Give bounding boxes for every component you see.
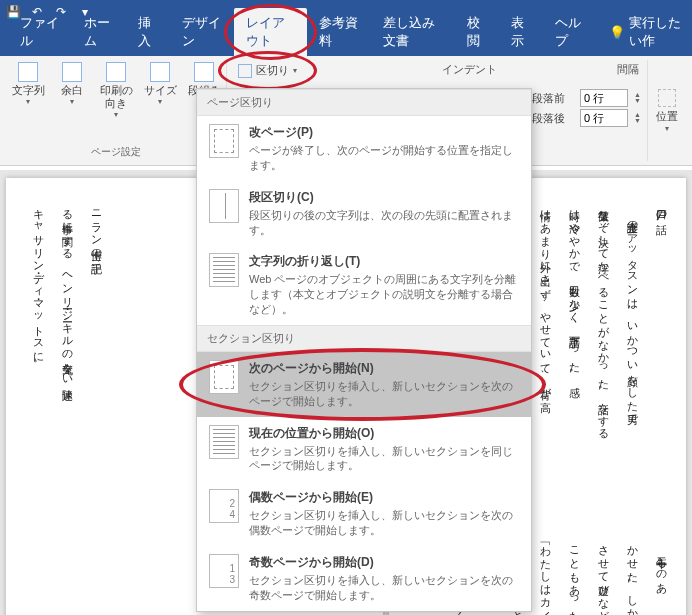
menu-item-section-odd-page[interactable]: 13 奇数ページから開始(D) セクション区切りを挿入し、新しいセクションを次の… bbox=[197, 546, 531, 611]
spacing-before-label: 段落前 bbox=[532, 91, 574, 106]
menu-item-title: 改ページ(P) bbox=[249, 124, 519, 141]
page-break-icon bbox=[209, 124, 239, 158]
menu-item-desc: セクション区切りを挿入し、新しいセクションを次の奇数ページで開始します。 bbox=[249, 573, 519, 603]
indent-header: インデント bbox=[442, 62, 497, 77]
margins-icon bbox=[62, 62, 82, 82]
doc-text: 情はあまり外に出さず、やせていて、背が高 bbox=[536, 202, 557, 522]
menu-item-desc: セクション区切りを挿入し、新しいセクションを次の偶数ページで開始します。 bbox=[249, 508, 519, 538]
spacing-after-input[interactable] bbox=[580, 109, 628, 127]
menu-item-section-continuous[interactable]: 現在の位置から開始(O) セクション区切りを挿入し、新しいセクションを同じページ… bbox=[197, 417, 531, 482]
menu-item-desc: ページが終了し、次のページが開始する位置を指定します。 bbox=[249, 143, 519, 173]
tell-me[interactable]: 💡 実行したい作 bbox=[609, 14, 684, 56]
orientation-icon bbox=[106, 62, 126, 82]
tab-home[interactable]: ホーム bbox=[72, 8, 126, 56]
doc-text: 微笑なぞ決して浮かべることがなかった。話をする bbox=[593, 202, 614, 522]
menu-item-desc: セクション区切りを挿入し、新しいセクションを同じページで開始します。 bbox=[249, 444, 519, 474]
tab-references[interactable]: 参考資料 bbox=[307, 8, 371, 56]
lightbulb-icon: 💡 bbox=[609, 25, 625, 40]
ribbon-label: 余白 bbox=[61, 84, 83, 97]
dropdown-section-header: ページ区切り bbox=[197, 89, 531, 116]
tab-layout-label: レイアウト bbox=[246, 15, 285, 48]
chevron-down-icon: ▾ bbox=[70, 97, 74, 106]
spinner[interactable]: ▲▼ bbox=[634, 92, 641, 104]
menu-item-title: 次のページから開始(N) bbox=[249, 360, 519, 377]
section-continuous-icon bbox=[209, 425, 239, 459]
ribbon-group-label: ページ設定 bbox=[91, 143, 141, 161]
doc-text: こともあった。そ bbox=[564, 538, 585, 615]
dropdown-section-header: セクション区切り bbox=[197, 325, 531, 352]
doc-text: 「わたしはカイン bbox=[536, 538, 557, 615]
size-button[interactable]: サイズ ▾ bbox=[140, 60, 180, 121]
menu-item-page-break[interactable]: 改ページ(P) ページが終了し、次のページが開始する位置を指定します。 bbox=[197, 116, 531, 181]
chevron-down-icon: ▾ bbox=[665, 124, 669, 133]
size-icon bbox=[150, 62, 170, 82]
menu-item-column-break[interactable]: 段区切り(C) 段区切りの後の文字列は、次の段の先頭に配置されます。 bbox=[197, 181, 531, 246]
ribbon-label: サイズ bbox=[144, 84, 177, 97]
tab-mailings[interactable]: 差し込み文書 bbox=[371, 8, 455, 56]
breaks-label: 区切り bbox=[256, 63, 289, 78]
columns-icon bbox=[194, 62, 214, 82]
chevron-down-icon: ▾ bbox=[114, 110, 118, 119]
tell-me-label: 実行したい作 bbox=[629, 14, 684, 50]
chevron-down-icon: ▾ bbox=[293, 66, 297, 75]
menu-item-text-wrapping[interactable]: 文字列の折り返し(T) Web ページのオブジェクトの周囲にある文字列を分離しま… bbox=[197, 245, 531, 325]
doc-text: ニラン博士の手記 bbox=[86, 202, 107, 615]
position-group: 位置 ▾ bbox=[648, 60, 686, 161]
menu-item-title: 偶数ページから開始(E) bbox=[249, 489, 519, 506]
ribbon-label: 文字列 bbox=[12, 84, 45, 97]
annotation-ellipse bbox=[224, 4, 318, 60]
text-wrap-icon bbox=[209, 253, 239, 287]
menu-item-title: 現在の位置から開始(O) bbox=[249, 425, 519, 442]
tab-view[interactable]: 表示 bbox=[499, 8, 543, 56]
menu-item-title: 段区切り(C) bbox=[249, 189, 519, 206]
doc-text: かせた。しかし他 bbox=[622, 538, 643, 615]
position-label[interactable]: 位置 bbox=[656, 109, 678, 124]
tab-layout[interactable]: レイアウト bbox=[234, 8, 308, 56]
spacing-after-label: 段落後 bbox=[532, 111, 574, 126]
tab-design[interactable]: デザイン bbox=[170, 8, 234, 56]
doc-text: 二十年ものあ bbox=[651, 538, 672, 615]
orientation-button[interactable]: 印刷の向き ▾ bbox=[96, 60, 136, 121]
doc-text: させて遊びなどは bbox=[593, 538, 614, 615]
tab-file[interactable]: ファイル bbox=[8, 8, 72, 56]
doc-text: る事件に関する ヘンリー・ジーキルの充全ない陳述 bbox=[57, 202, 78, 615]
ribbon-label: 向き bbox=[105, 97, 127, 109]
spacing-header: 間隔 bbox=[617, 62, 639, 77]
spacing-before-input[interactable] bbox=[580, 89, 628, 107]
menu-item-title: 文字列の折り返し(T) bbox=[249, 253, 519, 270]
breaks-icon bbox=[238, 64, 252, 78]
tab-help[interactable]: ヘルプ bbox=[543, 8, 597, 56]
tab-review[interactable]: 校閲 bbox=[455, 8, 499, 56]
breaks-button[interactable]: 区切り ▾ bbox=[229, 60, 306, 81]
section-even-page-icon: 24 bbox=[209, 489, 239, 523]
chevron-down-icon: ▾ bbox=[26, 97, 30, 106]
menu-item-section-even-page[interactable]: 24 偶数ページから開始(E) セクション区切りを挿入し、新しいセクションを次の… bbox=[197, 481, 531, 546]
menu-item-section-next-page[interactable]: 次のページから開始(N) セクション区切りを挿入し、新しいセクションを次のページ… bbox=[197, 352, 531, 417]
menu-item-desc: セクション区切りを挿入し、新しいセクションを次のページで開始します。 bbox=[249, 379, 519, 409]
tab-insert[interactable]: 挿入 bbox=[126, 8, 170, 56]
ribbon-label: 印刷の bbox=[100, 84, 133, 96]
text-direction-icon bbox=[18, 62, 38, 82]
text-direction-button[interactable]: 文字列 ▾ bbox=[8, 60, 48, 121]
doc-text: 弁護士のアッタスンは、いかつい顔をした男で、 bbox=[622, 202, 643, 522]
section-next-page-icon bbox=[209, 360, 239, 394]
ribbon-tabs: ファイル ホーム 挿入 デザイン レイアウト 参考資料 差し込み文書 校閲 表示… bbox=[0, 24, 692, 56]
doc-text: 戸口の話 bbox=[651, 202, 672, 522]
section-odd-page-icon: 13 bbox=[209, 554, 239, 588]
menu-item-title: 奇数ページから開始(D) bbox=[249, 554, 519, 571]
margins-button[interactable]: 余白 ▾ bbox=[52, 60, 92, 121]
spinner[interactable]: ▲▼ bbox=[634, 112, 641, 124]
position-icon bbox=[658, 89, 676, 107]
column-break-icon bbox=[209, 189, 239, 223]
doc-text: 時は冷ややかで、口数も少なく、話下手だった。感 bbox=[564, 202, 585, 522]
menu-item-desc: 段区切りの後の文字列は、次の段の先頭に配置されます。 bbox=[249, 208, 519, 238]
doc-text: キャサリン・ディ・マットスに。 bbox=[28, 202, 49, 615]
chevron-down-icon: ▾ bbox=[158, 97, 162, 106]
menu-item-desc: Web ページのオブジェクトの周囲にある文字列を分離します（本文とオブジェクトの… bbox=[249, 272, 519, 317]
breaks-dropdown: ページ区切り 改ページ(P) ページが終了し、次のページが開始する位置を指定しま… bbox=[196, 88, 532, 612]
